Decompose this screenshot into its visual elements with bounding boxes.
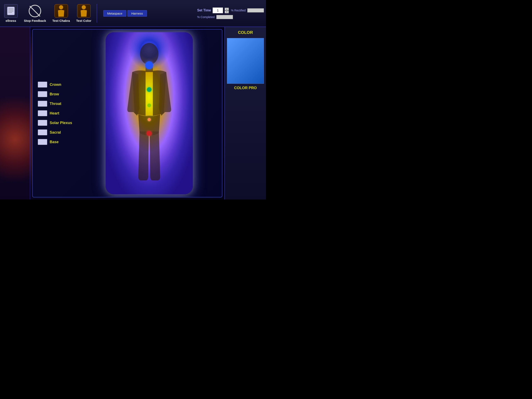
set-time-input[interactable] <box>213 7 223 13</box>
wellness-icon <box>4 4 18 18</box>
stop-feedback-label: Stop Feedback <box>24 19 46 22</box>
color-title: COLOR <box>227 29 264 36</box>
pct-completed-row: % Completed <box>197 15 264 19</box>
pct-rectified-label: % Rectified <box>231 9 246 12</box>
spinner-down-button[interactable]: ▼ <box>225 11 229 13</box>
chakra-item-solar_plexus[interactable]: Solar Plexus <box>38 120 72 126</box>
wellness-button[interactable]: ellness <box>2 3 20 24</box>
test-chakra-label: Test Chakra <box>52 19 70 22</box>
toolbar: ellness Stop Feedback Test Chakra Test C… <box>0 0 266 27</box>
stop-feedback-button[interactable]: Stop Feedback <box>22 3 48 24</box>
chakra-dots-overlay <box>106 32 193 194</box>
test-color-icon <box>77 4 91 18</box>
chakra-item-sacral[interactable]: Sacral <box>38 129 72 135</box>
toolbar-divider-1 <box>97 4 97 23</box>
solar-chakra-dot <box>147 103 151 107</box>
right-panel: COLOR COLOR PRO <box>224 27 266 200</box>
tabs-row: Metaspace Harness <box>103 10 147 17</box>
set-time-row: Set Time ▲ ▼ <box>197 7 229 13</box>
person-silhouette-chakra <box>56 5 66 17</box>
chakra-swatch-sacral <box>38 129 47 135</box>
set-time-label: Set Time <box>197 8 211 12</box>
svg-rect-0 <box>7 7 14 15</box>
chakra-swatch-throat <box>38 101 47 107</box>
sacral-chakra-dot <box>147 118 151 121</box>
pct-rectified-row: % Rectified <box>231 8 264 13</box>
spinner-up-button[interactable]: ▲ <box>225 8 229 10</box>
chakra-label-solar_plexus: Solar Plexus <box>50 121 72 125</box>
body-aura-card <box>106 32 193 194</box>
chakra-swatch-heart <box>38 110 47 116</box>
toolbar-right: Set Time ▲ ▼ % Rectified % Completed <box>197 7 264 19</box>
harness-tab[interactable]: Harness <box>127 10 147 17</box>
pct-completed-bar <box>216 15 233 19</box>
metaspace-tab[interactable]: Metaspace <box>103 10 126 17</box>
chakra-item-brow[interactable]: Brow <box>38 91 72 97</box>
left-panel <box>0 27 30 200</box>
test-color-label: Test Color <box>76 19 91 22</box>
svg-point-6 <box>82 5 86 9</box>
chakra-item-heart[interactable]: Heart <box>38 110 72 116</box>
chakra-swatch-brow <box>38 91 47 97</box>
wellness-label: ellness <box>6 19 16 22</box>
chakra-label-throat: Throat <box>50 102 61 106</box>
stop-feedback-icon <box>29 5 41 17</box>
body-aura-container <box>76 30 222 197</box>
chakra-label-base: Base <box>50 140 59 144</box>
heart-chakra-dot <box>147 87 152 92</box>
test-color-button[interactable]: Test Color <box>74 3 93 24</box>
chakra-item-throat[interactable]: Throat <box>38 101 72 107</box>
chakra-label-sacral: Sacral <box>50 130 61 135</box>
base-chakra-dot <box>147 131 152 136</box>
pct-rectified-bar <box>247 8 264 13</box>
throat-chakra-dot <box>145 61 153 69</box>
chakra-label-brow: Brow <box>50 92 59 96</box>
left-panel-glow <box>0 79 30 200</box>
stop-feedback-icon-container <box>28 4 42 18</box>
set-time-spinner: ▲ ▼ <box>225 8 229 13</box>
chakra-label-crown: Crown <box>50 82 61 87</box>
main-content: CrownBrowThroatHeartSolar PlexusSacralBa… <box>0 27 266 200</box>
test-chakra-icon <box>54 4 68 18</box>
pct-completed-label: % Completed <box>197 15 215 19</box>
center-panel: CrownBrowThroatHeartSolar PlexusSacralBa… <box>32 29 222 197</box>
chakra-swatch-solar_plexus <box>38 120 47 126</box>
chakra-item-crown[interactable]: Crown <box>38 82 72 88</box>
svg-point-5 <box>59 5 63 9</box>
chakra-swatch-crown <box>38 82 47 88</box>
person-silhouette-color <box>79 5 89 17</box>
doc-icon <box>6 6 16 16</box>
chakra-item-base[interactable]: Base <box>38 139 72 145</box>
color-pro-label: COLOR PRO <box>227 86 264 90</box>
chakra-swatch-base <box>38 139 47 145</box>
chakra-list: CrownBrowThroatHeartSolar PlexusSacralBa… <box>33 30 76 197</box>
test-chakra-button[interactable]: Test Chakra <box>50 3 72 24</box>
color-preview-swatch <box>227 38 264 84</box>
chakra-label-heart: Heart <box>50 111 59 115</box>
